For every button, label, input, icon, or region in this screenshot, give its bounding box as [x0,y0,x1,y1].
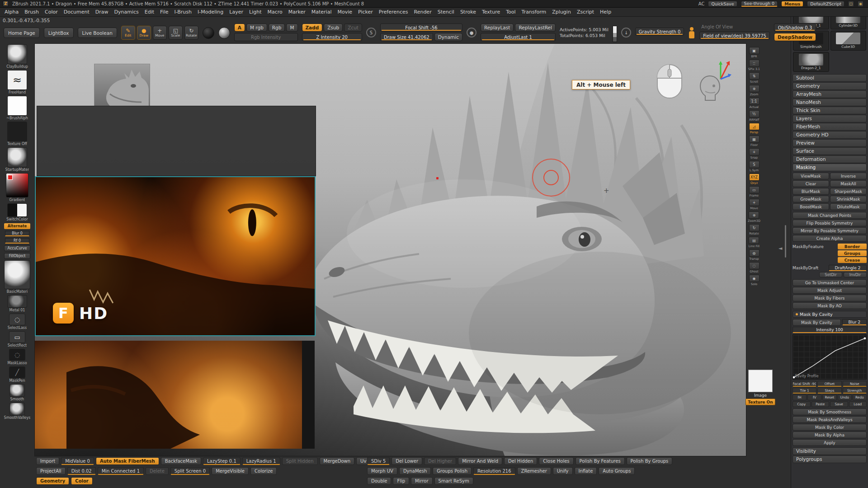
menu-item[interactable]: Layer [229,9,243,15]
cavity-profile-curve[interactable]: Cavity Profile [793,334,867,380]
masking-button[interactable]: Mask Adjust [793,287,867,294]
curve-mini-slider[interactable]: Offset [817,381,841,387]
palette-section-header[interactable]: Preview [793,139,867,147]
gravity-strength-slider[interactable]: Gravity Strength 0 [635,28,684,36]
shelf-item[interactable]: ╱ MaskPen [1,366,33,383]
menu-item[interactable]: File [160,9,168,15]
draft-angle-slider[interactable]: DraftAngle 2 [829,265,867,271]
curve-mini-slider[interactable]: Steps [817,388,841,394]
shelf-item-thumb[interactable] [7,295,27,308]
masking-button[interactable]: MaskAll [830,180,867,187]
masking-button[interactable]: Mirror By Posable Symmetry [793,227,867,234]
masking-button[interactable]: SharpenMask [830,188,867,195]
shelf-item-thumb[interactable]: ╱ [9,366,25,378]
default-zscript-button[interactable]: DefaultZScript [807,1,844,7]
quicksave-button[interactable]: QuickSave [708,1,737,7]
menu-item[interactable]: Macro [267,9,282,15]
tool-thumbnail[interactable]: Dragon-2_1 [793,52,829,72]
bottom-button[interactable]: Del Higher [424,457,456,465]
bottom-button[interactable]: Delete [146,467,169,475]
shelf-item[interactable]: BasicMateri [1,260,33,294]
right-shelf-button[interactable]: + Move [749,199,760,210]
bottom-button[interactable]: DynaMesh [399,467,431,475]
palette-section-header[interactable]: NanoMesh [793,99,867,106]
menu-item[interactable]: Stroke [460,9,476,15]
menu-item[interactable]: Material [311,9,332,15]
right-shelf-button[interactable]: ⊕ Zoom [749,85,760,96]
bottom-button[interactable]: MidValue 0 [61,457,94,465]
bottom-button[interactable]: Flip [393,477,409,485]
curve-mini-slider[interactable]: Focal Shift -90 [793,381,816,387]
palette-section-header[interactable]: Subtool [793,74,867,82]
masking-button[interactable]: Go To Unmasked Center [793,279,867,286]
bottom-button[interactable]: Mirror And Weld [458,457,502,465]
feature-button[interactable]: Crease [838,257,867,263]
menu-item[interactable]: Stencil [438,9,454,15]
shelf-item[interactable]: Texture Off [1,122,33,146]
shelf-item[interactable]: Smooth [1,384,33,401]
bottom-button[interactable]: Smart ReSym [434,477,473,485]
masking-button[interactable]: Mask By Smoothness [793,408,867,415]
shelf-item-thumb[interactable] [6,173,28,197]
deep-shadow-button[interactable]: DeepShadow [774,33,816,41]
bottom-button[interactable]: ZRemesher [517,467,551,475]
masking-button[interactable]: Mask Changed Points [793,212,867,219]
bottom-button[interactable]: Groups Polish [433,467,472,475]
menu-item[interactable]: Zscript [577,9,594,15]
rgb-button[interactable]: Rgb [269,23,285,32]
curve-mini-slider[interactable]: Strength [843,388,867,394]
masking-button[interactable]: GrowMask [793,196,829,202]
current-color-swatch[interactable] [203,27,214,39]
curve-mini-button[interactable]: Undo [838,394,852,400]
masking-button[interactable]: Flip Posable Symmetry [793,220,867,226]
bottom-button[interactable]: Colorize [250,467,277,475]
menu-item[interactable]: Preferences [379,9,408,15]
menu-item[interactable]: Brush [24,9,39,15]
shelf-item-thumb[interactable] [9,384,25,397]
menu-item[interactable]: Movie [337,9,352,15]
menu-item[interactable]: Light [249,9,261,15]
dynamic-button[interactable]: Dynamic [434,33,462,41]
menu-item[interactable]: I-Brush [174,9,192,15]
right-shelf-button[interactable]: ▦ Floor [749,136,760,147]
scale-button[interactable]: ◱Scale [169,26,183,40]
right-shelf-button[interactable]: ▤ Line Fill [749,237,760,248]
shelf-item-thumb[interactable]: ▭ [9,331,25,343]
curve-mini-button[interactable]: Redo [853,394,867,400]
right-shelf-button[interactable]: ◿ Persp [749,123,760,134]
tool-thumbnail[interactable]: Cube3D [830,31,867,51]
replay-last-button[interactable]: ReplayLast [481,23,514,32]
live-boolean-button[interactable]: Live Boolean [78,28,117,38]
shelf-item[interactable]: Alternate [1,223,33,229]
right-shelf-button[interactable]: ◍ Transp [749,249,760,261]
shelf-item-thumb[interactable] [4,260,30,289]
shelf-item[interactable]: ◌ SelectLass [1,314,33,330]
shelf-item-thumb[interactable] [7,122,27,141]
shelf-item[interactable]: FillObject [1,253,33,259]
palette-section-header[interactable]: ArrayMesh [793,90,867,98]
shelf-item[interactable]: ~BrushAlph [1,96,33,120]
bottom-button[interactable]: Morph UV [367,467,397,475]
lightbox-button[interactable]: LightBox [44,28,74,38]
bottom-button[interactable]: Split Hidden [282,457,318,465]
bottom-button[interactable]: Auto Mask FiberMesh [96,457,159,465]
curve-mini-button[interactable]: Copy [793,401,811,407]
palette-section-header[interactable]: Geometry HD [793,131,867,139]
masking-button[interactable]: DiluteMask [830,203,867,210]
rotate-button[interactable]: ↻Rotate [184,26,198,40]
zcut-button[interactable]: Zcut [344,23,362,32]
field-of-view-slider[interactable]: Field of view(deg) 39.59775 [699,32,770,40]
palette-section-masking[interactable]: Masking [793,164,867,171]
bottom-button[interactable]: Split Screen 0 [170,467,210,475]
draw-button[interactable]: ●Draw [137,26,151,40]
palette-section-header[interactable]: Thick Skin [793,107,867,114]
right-shelf-button[interactable]: ↻ Rotate [749,224,760,235]
masking-button[interactable]: Mask By Fibers [793,295,867,301]
palette-section-header[interactable]: Deformation [793,155,867,163]
menu-item[interactable]: Tool [506,9,515,15]
palette-section-header[interactable]: Surface [793,147,867,155]
masking-button[interactable]: BlurMask [793,188,829,195]
masking-button[interactable]: Mask By Alpha [793,432,867,438]
shelf-item[interactable]: SwitchColor [1,203,33,221]
masking-button[interactable]: Create Alpha [793,235,867,242]
